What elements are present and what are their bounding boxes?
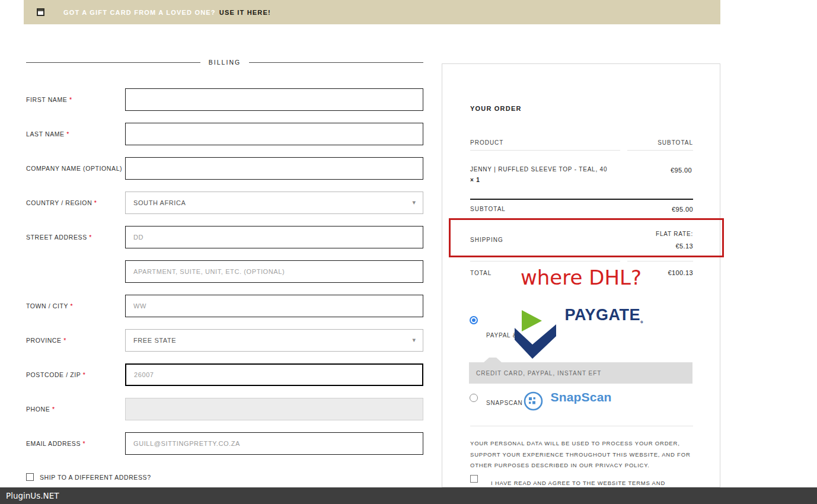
field-row-province: PROVINCE * FREE STATE ▾ [26, 329, 423, 352]
watermark-text: PluginUs.NET [6, 491, 59, 500]
terms-label: I HAVE READ AND AGREE TO THE WEBSITE TER… [491, 480, 665, 486]
terms-row: I HAVE READ AND AGREE TO THE WEBSITE TER… [470, 475, 665, 486]
postcode-label: POSTCODE / ZIP * [26, 371, 125, 378]
field-row-postcode: POSTCODE / ZIP * [26, 363, 423, 386]
privacy-notice: YOUR PERSONAL DATA WILL BE USED TO PROCE… [470, 438, 695, 471]
banner-message: GOT A GIFT CARD FROM A LOVED ONE? [63, 9, 216, 16]
email-label: EMAIL ADDRESS * [26, 440, 125, 447]
heading-rule-right [249, 62, 423, 63]
order-item: JENNY | RUFFLED SLEEVE TOP - TEAL, 40 × … [470, 165, 620, 183]
order-table-header: PRODUCT SUBTOTAL [470, 135, 693, 151]
province-selected-value: FREE STATE [126, 337, 176, 344]
subtotal-value: €95.00 [672, 206, 693, 213]
checkout-page: GOT A GIFT CARD FROM A LOVED ONE? USE IT… [0, 0, 817, 504]
where-dhl-annotation: where DHL? [521, 266, 642, 289]
snapscan-wordmark: SnapScan [550, 390, 611, 404]
subtotal-row: SUBTOTAL €95.00 [470, 200, 693, 219]
gift-card-icon [37, 8, 44, 16]
province-select[interactable]: FREE STATE ▾ [125, 329, 423, 352]
field-row-company: COMPANY NAME (OPTIONAL) [26, 157, 423, 180]
ship-different-label: SHIP TO A DIFFERENT ADDRESS? [40, 474, 151, 481]
billing-title: BILLING [200, 59, 249, 66]
paypal-paygate-radio[interactable] [470, 316, 478, 324]
company-label: COMPANY NAME (OPTIONAL) [26, 165, 125, 172]
watermark-bar: PluginUs.NET [0, 487, 817, 504]
subtotal-label: SUBTOTAL [470, 206, 506, 212]
country-selected-value: SOUTH AFRICA [126, 199, 186, 206]
order-item-name: JENNY | RUFFLED SLEEVE TOP - TEAL, 40 [470, 165, 620, 174]
heading-rule-left [26, 62, 200, 63]
terms-checkbox[interactable] [470, 475, 478, 483]
chevron-down-icon: ▾ [412, 336, 416, 344]
town-label: TOWN / CITY * [26, 302, 125, 310]
your-order-title: YOUR ORDER [470, 105, 522, 112]
town-city-input[interactable] [125, 295, 423, 317]
shipping-annotation-box [449, 218, 724, 257]
phone-input[interactable] [125, 398, 423, 420]
postcode-input[interactable] [125, 363, 423, 386]
company-input[interactable] [125, 157, 423, 180]
subtotal-column-header: SUBTOTAL [658, 139, 693, 146]
payment-description-tooltip: CREDIT CARD, PAYPAL, INSTANT EFT [469, 362, 692, 384]
last-name-input[interactable] [125, 123, 423, 145]
ship-different-row: SHIP TO A DIFFERENT ADDRESS? [26, 473, 151, 481]
email-field[interactable] [125, 432, 423, 455]
ship-different-checkbox[interactable] [26, 473, 34, 481]
province-label: PROVINCE * [26, 337, 125, 344]
first-name-label: FIRST NAME * [26, 96, 125, 103]
field-row-apartment [26, 260, 423, 283]
field-row-phone: PHONE * [26, 398, 423, 420]
paygate-check-icon [515, 310, 557, 359]
snapscan-radio[interactable] [470, 394, 478, 402]
paypal-paygate-label: PAYPAL & [486, 332, 517, 339]
field-row-street: STREET ADDRESS * [26, 226, 423, 248]
total-value: €100.13 [668, 269, 693, 276]
snapscan-logo: SnapScan [524, 390, 612, 411]
snapscan-qr-icon [524, 391, 543, 411]
field-row-country: COUNTRY / REGION * SOUTH AFRICA ▾ [26, 192, 423, 214]
country-label: COUNTRY / REGION * [26, 199, 125, 206]
last-name-label: LAST NAME * [26, 130, 125, 138]
total-label: TOTAL [470, 270, 492, 276]
field-row-last-name: LAST NAME * [26, 123, 423, 145]
gift-card-banner[interactable]: GOT A GIFT CARD FROM A LOVED ONE? USE IT… [24, 0, 720, 24]
field-row-first-name: FIRST NAME * [26, 88, 423, 111]
use-it-here-link[interactable]: USE IT HERE! [219, 9, 271, 16]
street-address-input[interactable] [125, 226, 423, 248]
payment-description-text: CREDIT CARD, PAYPAL, INSTANT EFT [469, 370, 601, 377]
product-column-header: PRODUCT [470, 139, 503, 146]
billing-heading: BILLING [26, 59, 423, 66]
country-select[interactable]: SOUTH AFRICA ▾ [125, 192, 423, 214]
first-name-input[interactable] [125, 88, 423, 111]
apartment-input[interactable] [125, 260, 423, 283]
snapscan-label: SNAPSCAN [486, 400, 522, 406]
order-item-price: €95.00 [671, 167, 692, 174]
paygate-reg-mark: ° [640, 320, 643, 328]
paygate-wordmark: PAYGATE [564, 306, 640, 324]
chevron-down-icon: ▾ [412, 199, 416, 206]
order-item-qty: × 1 [470, 177, 620, 183]
paygate-logo: PAYGATE° [515, 306, 643, 359]
phone-label: PHONE * [26, 406, 125, 413]
field-row-email: EMAIL ADDRESS * [26, 432, 423, 455]
street-label: STREET ADDRESS * [26, 234, 125, 241]
payment-divider [470, 426, 693, 426]
tooltip-pointer [484, 358, 502, 362]
field-row-town: TOWN / CITY * [26, 295, 423, 317]
